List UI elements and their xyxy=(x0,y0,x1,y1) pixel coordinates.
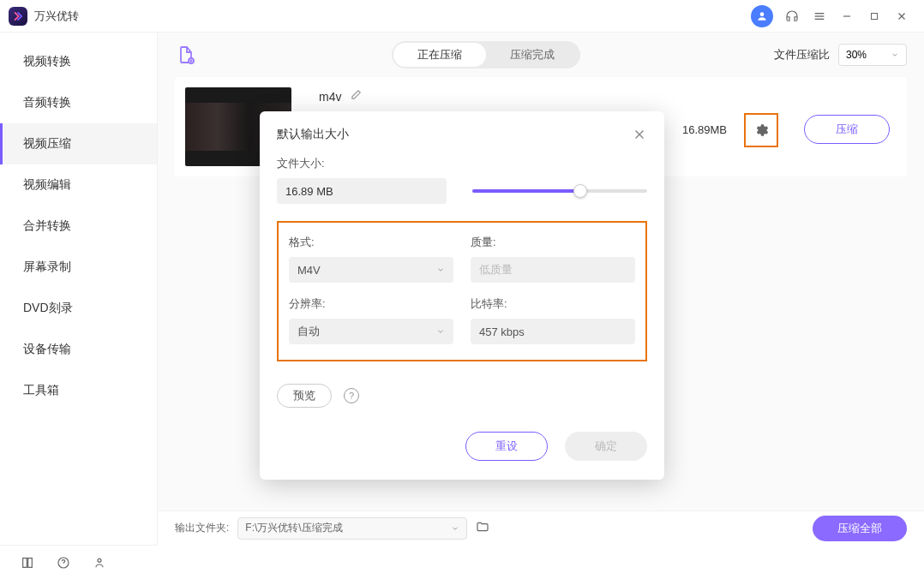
preview-button[interactable]: 预览 xyxy=(277,384,332,408)
close-icon[interactable] xyxy=(890,4,914,28)
bitrate-input[interactable]: 457 kbps xyxy=(471,319,635,344)
tab-completed[interactable]: 压缩完成 xyxy=(486,43,579,67)
sidebar-item-device-transfer[interactable]: 设备传输 xyxy=(0,329,157,370)
chevron-down-icon xyxy=(451,524,459,533)
format-label: 格式: xyxy=(289,235,453,250)
quality-value: 低质量 xyxy=(479,262,513,278)
chevron-down-icon xyxy=(436,327,445,336)
toolbar: 正在压缩 压缩完成 文件压缩比 30% xyxy=(158,33,924,77)
dialog-title: 默认输出大小 xyxy=(277,127,349,142)
sidebar-item-label: 音频转换 xyxy=(23,95,71,110)
user-avatar[interactable] xyxy=(751,5,773,27)
settings-highlight-box: 格式: M4V 质量: 低质量 分辨率: 自动 比特率: xyxy=(277,221,647,361)
reset-button[interactable]: 重设 xyxy=(465,432,548,461)
titlebar: 万兴优转 xyxy=(0,0,924,33)
help-icon[interactable] xyxy=(53,552,74,573)
sidebar: 视频转换 音频转换 视频压缩 视频编辑 合并转换 屏幕录制 DVD刻录 设备传输… xyxy=(0,33,158,545)
confirm-button: 确定 xyxy=(565,432,647,461)
add-file-button[interactable] xyxy=(175,44,197,66)
dialog-close-button[interactable] xyxy=(632,127,647,142)
footer-bar: 输出文件夹: F:\万兴优转\压缩完成 压缩全部 xyxy=(158,510,924,545)
output-settings-dialog: 默认输出大小 文件大小: 16.89 MB 格式: M4V 质量: 低质量 xyxy=(260,111,664,480)
chevron-down-icon xyxy=(436,266,445,274)
resolution-label: 分辨率: xyxy=(289,296,453,312)
sidebar-item-video-convert[interactable]: 视频转换 xyxy=(0,41,157,82)
sidebar-item-video-edit[interactable]: 视频编辑 xyxy=(0,164,157,206)
format-select[interactable]: M4V xyxy=(289,257,453,283)
ratio-label: 文件压缩比 xyxy=(774,47,830,63)
sidebar-footer xyxy=(0,545,158,579)
sidebar-item-label: 视频编辑 xyxy=(23,177,71,193)
filesize-input[interactable]: 16.89 MB xyxy=(277,178,447,204)
sidebar-item-screen-record[interactable]: 屏幕录制 xyxy=(0,247,157,288)
ratio-select[interactable]: 30% xyxy=(838,44,907,66)
account-icon[interactable] xyxy=(89,552,110,573)
output-path-value: F:\万兴优转\压缩完成 xyxy=(245,521,342,535)
file-size: 16.89MB xyxy=(682,123,727,136)
chevron-down-icon xyxy=(891,51,899,59)
filesize-slider[interactable] xyxy=(472,189,647,193)
open-folder-button[interactable] xyxy=(476,520,489,537)
file-name: m4v xyxy=(319,90,341,104)
sidebar-item-video-compress[interactable]: 视频压缩 xyxy=(0,123,157,164)
app-logo xyxy=(9,7,27,26)
maximize-icon[interactable] xyxy=(862,4,886,28)
settings-button[interactable] xyxy=(744,113,778,147)
support-icon[interactable] xyxy=(780,4,804,28)
slider-fill xyxy=(472,189,580,193)
sidebar-item-audio-convert[interactable]: 音频转换 xyxy=(0,82,157,123)
output-label: 输出文件夹: xyxy=(175,521,229,535)
compress-button[interactable]: 压缩 xyxy=(804,115,890,144)
compress-all-button[interactable]: 压缩全部 xyxy=(813,516,907,541)
bitrate-label: 比特率: xyxy=(471,296,635,312)
svg-rect-5 xyxy=(872,13,878,19)
sidebar-item-label: 工具箱 xyxy=(23,383,59,398)
app-title: 万兴优转 xyxy=(34,9,79,24)
sidebar-item-label: 设备传输 xyxy=(23,342,71,357)
tab-switch: 正在压缩 压缩完成 xyxy=(392,41,580,69)
tab-compressing[interactable]: 正在压缩 xyxy=(393,43,486,67)
sidebar-item-label: 合并转换 xyxy=(23,218,71,234)
resolution-select[interactable]: 自动 xyxy=(289,319,453,344)
edit-name-icon[interactable] xyxy=(350,89,362,104)
menu-icon[interactable] xyxy=(807,4,831,28)
gear-icon xyxy=(753,122,769,138)
format-value: M4V xyxy=(297,264,321,277)
slider-thumb[interactable] xyxy=(573,184,587,198)
sidebar-item-toolbox[interactable]: 工具箱 xyxy=(0,370,157,411)
output-path-select[interactable]: F:\万兴优转\压缩完成 xyxy=(237,517,467,540)
sidebar-item-merge[interactable]: 合并转换 xyxy=(0,206,157,247)
minimize-icon[interactable] xyxy=(835,4,859,28)
filesize-label: 文件大小: xyxy=(277,156,647,171)
sidebar-item-label: 视频压缩 xyxy=(23,136,71,152)
ratio-value: 30% xyxy=(846,49,867,61)
resolution-value: 自动 xyxy=(297,324,320,339)
bitrate-value: 457 kbps xyxy=(479,325,525,338)
sidebar-item-label: 屏幕录制 xyxy=(23,260,71,275)
quality-select: 低质量 xyxy=(471,257,635,283)
sidebar-item-dvd[interactable]: DVD刻录 xyxy=(0,288,157,329)
manual-icon[interactable] xyxy=(17,552,38,573)
preview-help-icon[interactable]: ? xyxy=(344,388,359,403)
svg-point-0 xyxy=(760,12,765,16)
svg-point-12 xyxy=(98,558,101,562)
sidebar-item-label: 视频转换 xyxy=(23,54,71,69)
quality-label: 质量: xyxy=(471,235,635,250)
sidebar-item-label: DVD刻录 xyxy=(23,301,73,316)
